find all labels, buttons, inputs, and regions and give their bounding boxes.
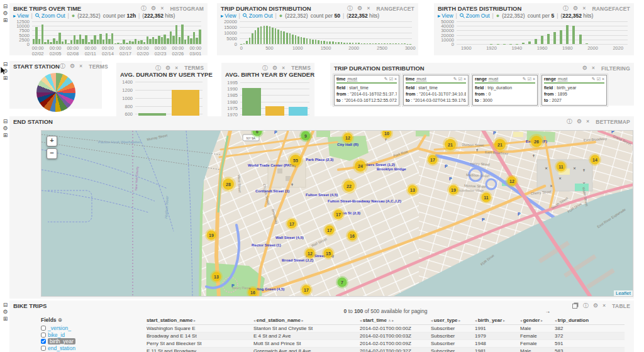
- marker-cluster[interactable]: 15: [322, 247, 335, 260]
- bar[interactable]: [409, 21, 412, 44]
- remove-filter-icon[interactable]: ×: [464, 77, 466, 82]
- bar[interactable]: [469, 21, 475, 44]
- field-item-end_station[interactable]: end_station: [41, 345, 109, 352]
- gear-icon[interactable]: ⚙: [357, 6, 362, 11]
- marker-cluster[interactable]: 14: [589, 153, 601, 166]
- marker-cluster[interactable]: 11: [555, 160, 567, 173]
- row-collapse-icon[interactable]: ⊟: [2, 118, 9, 125]
- gear-icon[interactable]: ⚙: [151, 6, 156, 11]
- bar[interactable]: [539, 21, 545, 44]
- bar[interactable]: [463, 21, 469, 44]
- row-add-panel-icon[interactable]: ⊞: [2, 132, 9, 139]
- gear-icon[interactable]: ⚙: [272, 65, 277, 71]
- close-icon[interactable]: ×: [367, 6, 370, 11]
- view-link[interactable]: ▸View: [221, 13, 236, 19]
- toggle-filter-icon[interactable]: ☑: [597, 77, 601, 82]
- marker-cluster[interactable]: 28: [221, 177, 236, 192]
- bar[interactable]: [135, 80, 169, 116]
- row-gear-icon[interactable]: ⚙: [2, 10, 9, 17]
- remove-filter-icon[interactable]: ×: [602, 77, 604, 82]
- edit-filter-icon[interactable]: ✎: [453, 77, 457, 82]
- row-collapse-icon[interactable]: ⊟: [2, 3, 9, 10]
- bar[interactable]: [475, 21, 482, 44]
- table-row[interactable]: Broadway and E 14 StE 4 St and 2 Ave2014…: [147, 333, 625, 340]
- close-icon[interactable]: ×: [282, 65, 285, 71]
- terms-bar-chart[interactable]: 199519901985198019751970: [240, 80, 309, 116]
- view-link[interactable]: ▸View: [438, 13, 453, 19]
- bar[interactable]: [169, 80, 203, 116]
- gear-icon[interactable]: ⚙: [165, 65, 170, 71]
- terms-bar-chart[interactable]: 140012001000800600: [135, 80, 203, 116]
- info-icon[interactable]: ⓘ: [60, 63, 65, 69]
- marker-cluster[interactable]: 12: [304, 247, 316, 260]
- info-icon[interactable]: ⓘ: [347, 6, 353, 11]
- marker-cluster[interactable]: 19: [205, 229, 218, 241]
- remove-filter-icon[interactable]: ×: [394, 77, 397, 82]
- zoom-out-link[interactable]: Zoom Out: [243, 13, 273, 19]
- close-icon[interactable]: ×: [592, 65, 595, 71]
- field-checkbox[interactable]: [41, 346, 46, 351]
- close-icon[interactable]: ×: [586, 119, 589, 124]
- marker-cluster[interactable]: 12: [506, 175, 518, 187]
- field-checkbox[interactable]: [41, 326, 46, 331]
- row-collapse-icon[interactable]: ⊟: [2, 302, 9, 309]
- table-row[interactable]: Perry St and Bleecker StMott St and Prin…: [147, 340, 625, 348]
- close-icon[interactable]: ×: [79, 63, 82, 69]
- bar[interactable]: [501, 21, 508, 44]
- marker-cluster[interactable]: 17: [332, 208, 345, 221]
- field-checkbox[interactable]: [41, 333, 46, 338]
- remove-filter-icon[interactable]: ×: [533, 77, 535, 82]
- marker-cluster[interactable]: 26: [529, 134, 544, 149]
- bar[interactable]: [526, 21, 533, 44]
- zoom-out-link[interactable]: Zoom Out: [460, 13, 490, 19]
- marker-cluster[interactable]: 19: [447, 184, 460, 196]
- bar[interactable]: [552, 21, 558, 44]
- bar[interactable]: [286, 80, 309, 116]
- filter-card[interactable]: rangemust✎☑×field : trip_durationfrom : …: [472, 75, 538, 106]
- marker-cluster[interactable]: 13: [210, 270, 223, 283]
- bar[interactable]: [457, 21, 463, 44]
- info-icon[interactable]: ⓘ: [141, 6, 147, 11]
- series-legend-dot[interactable]: ●: [72, 13, 75, 19]
- leaflet-attribution[interactable]: Leaflet: [614, 290, 633, 296]
- marker-cluster[interactable]: 11: [480, 191, 492, 204]
- info-icon[interactable]: ⓘ: [563, 6, 569, 11]
- bar[interactable]: [577, 21, 583, 44]
- column-header-birth_year[interactable]: ◂ birth_year ▸: [475, 317, 520, 323]
- bar[interactable]: [482, 21, 488, 44]
- bar[interactable]: [564, 21, 570, 44]
- gear-icon[interactable]: ⚙: [582, 65, 587, 71]
- marker-cluster[interactable]: 17: [286, 217, 298, 230]
- field-item-bike_id[interactable]: bike_id: [41, 332, 109, 339]
- row-gear-icon[interactable]: ⚙: [2, 125, 9, 132]
- bar[interactable]: [264, 80, 287, 116]
- edit-filter-icon[interactable]: ✎: [384, 77, 388, 82]
- gear-icon[interactable]: ⚙: [577, 119, 582, 124]
- marker-cluster[interactable]: 17: [300, 283, 313, 296]
- toggle-filter-icon[interactable]: ☑: [389, 77, 393, 82]
- info-icon[interactable]: ⓘ: [155, 65, 161, 71]
- marker-cluster[interactable]: 17: [426, 153, 439, 166]
- close-icon[interactable]: ×: [160, 6, 164, 11]
- filter-card[interactable]: rangemust✎☑×field : birth_yearfrom : 189…: [541, 75, 607, 106]
- marker-cluster[interactable]: 21: [443, 137, 458, 152]
- map-zoom-out-button[interactable]: −: [47, 148, 57, 159]
- toggle-filter-icon[interactable]: ☑: [528, 77, 531, 82]
- bar[interactable]: [545, 21, 552, 44]
- column-header-gender[interactable]: ◂ gender ▸: [520, 317, 555, 323]
- column-header-end_station_name[interactable]: ◂ end_station_name ▸: [253, 317, 360, 323]
- bar[interactable]: [558, 21, 564, 44]
- table-row[interactable]: E 11 St and BroadwayGreenwich Ave and 8 …: [147, 348, 625, 352]
- column-header-start_station_name[interactable]: start_station_name ▸: [147, 317, 253, 323]
- bar[interactable]: [240, 80, 264, 116]
- zoom-out-link[interactable]: Zoom Out: [35, 13, 65, 19]
- marker-cluster[interactable]: 13: [406, 184, 419, 196]
- histogram-plot[interactable]: 12500100007500500025000: [32, 21, 201, 44]
- column-header-user_type[interactable]: ◂ user_type ▸: [431, 317, 475, 323]
- marker-cluster[interactable]: 22: [341, 179, 357, 194]
- toggle-filter-icon[interactable]: ☑: [458, 77, 462, 82]
- close-icon[interactable]: ×: [582, 6, 586, 11]
- marker-cluster[interactable]: 21: [492, 137, 508, 152]
- row-gear-icon[interactable]: ⚙: [2, 309, 9, 316]
- row-add-panel-icon[interactable]: ⊞: [2, 17, 9, 24]
